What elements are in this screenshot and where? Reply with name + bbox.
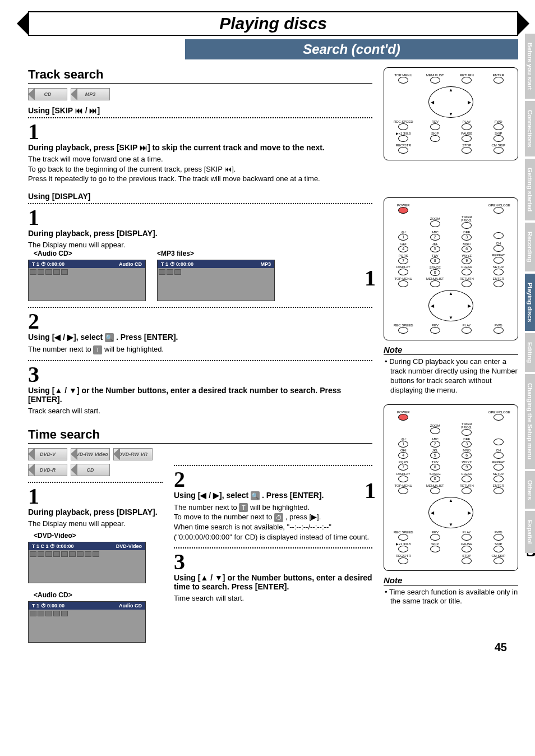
step-body: Track search will start.: [28, 406, 372, 416]
btn-label: MNO: [456, 242, 477, 246]
osd-header-left: T 1 ⏱ 0:00:00: [32, 603, 64, 609]
btn-label: TIMER PROG.: [456, 422, 477, 429]
track-display-step-3: 3 Using [▲ / ▼] or the Number buttons, e…: [28, 360, 372, 416]
step-number: 3: [28, 363, 372, 386]
media-tag-cd: CD: [71, 464, 110, 476]
step-bold: Using [◀ / ▶], select 🔍 . Press [ENTER].: [28, 333, 372, 342]
time-search-media: DVD-V DVD-RW Video DVD-RW VR DVD-R CD: [28, 448, 163, 476]
num-btn: 9: [462, 464, 472, 471]
step-body: The Display menu will appear.: [28, 240, 372, 250]
btn-label: JKL: [425, 242, 445, 246]
osd-header-right: MP3: [260, 261, 271, 267]
num-btn: 2: [430, 441, 440, 448]
step-number: 1: [28, 485, 163, 508]
btn-label: CM SKIP: [488, 554, 509, 557]
osd-container: <Audio CD> T 1 ⏱ 0:00:00 Audio CD <MP3 f…: [28, 250, 372, 301]
note-body: • Time search function is available only…: [384, 588, 518, 607]
note-title: Note: [384, 345, 518, 355]
btn-label: PAUSE: [456, 542, 477, 546]
media-tag-dvdrw-vr: DVD-RW VR: [113, 448, 153, 460]
btn-label: MENU/LIST: [425, 484, 445, 487]
num-btn: 7: [398, 464, 408, 471]
num-btn: 5: [430, 452, 440, 459]
tab-playing-discs[interactable]: Playing discs: [525, 274, 535, 331]
osd-dvd-video: T 1 C 1 ⏱ 0:00:00 DVD-Video: [28, 542, 146, 583]
t-icon: T: [239, 503, 248, 512]
remote-diagram-1: TOP MENU MENU/LIST RETURN ENTER ▲▼◀▶ REC…: [384, 67, 518, 160]
osd-audio-cd-2: T 1 ⏱ 0:00:00 Audio CD: [28, 601, 146, 643]
tab-before-you-start[interactable]: Before you start: [525, 34, 535, 99]
btn-label: DEF: [456, 437, 477, 441]
step-body: The Display menu will appear.: [28, 519, 163, 529]
time-search-heading: Time search: [28, 427, 372, 444]
num-btn: 9: [462, 257, 472, 264]
btn-label: ENTER: [488, 484, 509, 487]
track-search-media: CD MP3: [28, 88, 372, 100]
tab-getting-started[interactable]: Getting started: [525, 159, 535, 220]
search-icon: 🔍: [251, 491, 260, 500]
tab-espanol[interactable]: Español: [525, 511, 535, 553]
num-btn: 6: [462, 452, 472, 459]
tab-connections[interactable]: Connections: [525, 101, 535, 156]
tab-changing-setup[interactable]: Changing the Setup menu: [525, 374, 535, 468]
btn-label: RETURN: [456, 484, 477, 487]
track-search-heading: Track search: [28, 67, 372, 84]
media-tag-dvdv: DVD-V: [28, 448, 67, 460]
osd-mp3-label: <MP3 files>: [157, 250, 275, 257]
btn-label: ABC: [425, 437, 445, 441]
osd-mp3: T 1 ⏱ 0:00:00 MP3: [157, 260, 275, 301]
step-number: 3: [174, 551, 372, 573]
main-column: Track search CD MP3 Using [SKIP ⏮ / ⏭] 1…: [28, 67, 372, 648]
media-tag-mp3: MP3: [71, 88, 110, 100]
step-bold: During playback, press [SKIP ⏭] to skip …: [28, 143, 372, 152]
btn-label: ZOOM: [425, 424, 445, 427]
btn-label: FWD: [488, 531, 509, 534]
btn-label: TUV: [425, 254, 445, 257]
btn-label: REC/OTR: [393, 554, 413, 557]
step-number: 2: [28, 310, 372, 333]
btn-label: .@/:: [393, 437, 413, 441]
btn-label: SKIP: [425, 542, 445, 546]
time-step-2: 2 Using [◀ / ▶], select 🔍 . Press [ENTER…: [174, 465, 372, 542]
section-tabs: Before you start Connections Getting sta…: [525, 34, 535, 553]
step-number: 1: [28, 121, 372, 143]
time-step-1: 1 During playback, press [DISPLAY]. The …: [28, 482, 163, 643]
num-btn: 4: [398, 246, 408, 252]
callout-1: 1: [365, 477, 376, 504]
btn-label: SETUP: [488, 472, 509, 476]
tab-editing[interactable]: Editing: [525, 333, 535, 372]
step-body: The track will move forward one at a tim…: [28, 154, 372, 184]
btn-label: OPEN/CLOSE: [488, 411, 509, 414]
num-btn: 5: [430, 246, 440, 252]
step-body: Time search will start.: [174, 593, 372, 603]
num-btn: 8: [430, 464, 440, 471]
text-fragment: The number next to: [28, 345, 93, 353]
btn-label: REV: [425, 531, 445, 534]
side-column: TOP MENU MENU/LIST RETURN ENTER ▲▼◀▶ REC…: [384, 67, 518, 648]
step-bold: During playback, press [DISPLAY].: [28, 229, 372, 238]
num-btn: 8: [430, 257, 440, 264]
dpad: ▲▼◀▶: [428, 290, 473, 321]
clock-icon: ⏱: [274, 513, 283, 522]
osd-audio-label: <Audio CD>: [34, 591, 163, 599]
btn-label: POWER: [393, 411, 413, 414]
step-number: 2: [174, 468, 372, 491]
tab-others[interactable]: Others: [525, 471, 535, 509]
btn-label: PLAY: [456, 531, 477, 534]
num-btn: 3: [462, 234, 472, 241]
note-title: Note: [384, 575, 518, 586]
text-fragment: will be highlighted.: [102, 345, 164, 353]
tab-recording[interactable]: Recording: [525, 223, 535, 271]
osd-header-right: DVD-Video: [116, 543, 142, 549]
osd-header-right: Audio CD: [119, 603, 142, 609]
num-btn: 4: [398, 452, 408, 459]
using-display-label: Using [DISPLAY]: [28, 192, 372, 201]
osd-dvd-label: <DVD-Video>: [34, 532, 163, 540]
step-body: The number next to T will be highlighted…: [174, 503, 372, 542]
btn-label: STOP: [456, 554, 477, 557]
btn-label: WXYZ: [456, 254, 477, 257]
btn-label: DISPLAY: [393, 472, 413, 476]
num-btn: 0: [430, 476, 440, 482]
dpad: ▲▼◀▶: [428, 86, 473, 118]
btn-label: PQRS: [393, 254, 413, 257]
